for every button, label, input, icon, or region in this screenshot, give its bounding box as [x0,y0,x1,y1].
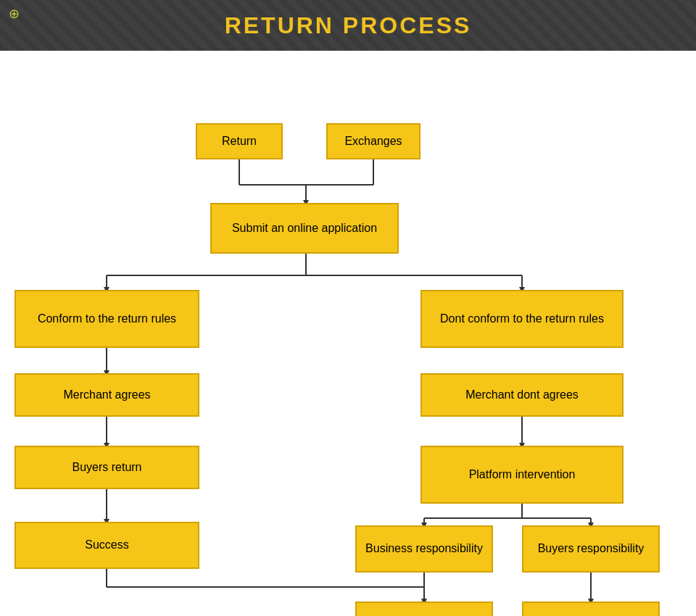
header: ⊕ RETURN PROCESS [0,0,696,51]
failure-box: Failure [522,602,660,616]
flowchart: Return Exchanges Submit an online applic… [0,51,696,616]
return-box: Return [196,123,283,159]
merchant-agrees-box: Merchant agrees [14,373,199,417]
submit-box: Submit an online application [210,203,399,254]
crosshair-icon: ⊕ [9,6,20,22]
exchanges-box: Exchanges [326,123,420,159]
platform-box: Platform intervention [420,446,624,504]
dont-conform-box: Dont conform to the return rules [420,290,624,348]
merchant-dont-box: Merchant dont agrees [420,373,624,417]
business-resp-box: Business responsibility [355,525,493,573]
buyers-return-left-box: Buyers return [14,446,199,489]
buyers-return-right-box: Buyers return [355,602,493,616]
success-box: Success [14,522,199,569]
page-title: RETURN PROCESS [225,12,472,39]
buyers-resp-box: Buyers responsibility [522,525,660,573]
conform-box: Conform to the return rules [14,290,199,348]
